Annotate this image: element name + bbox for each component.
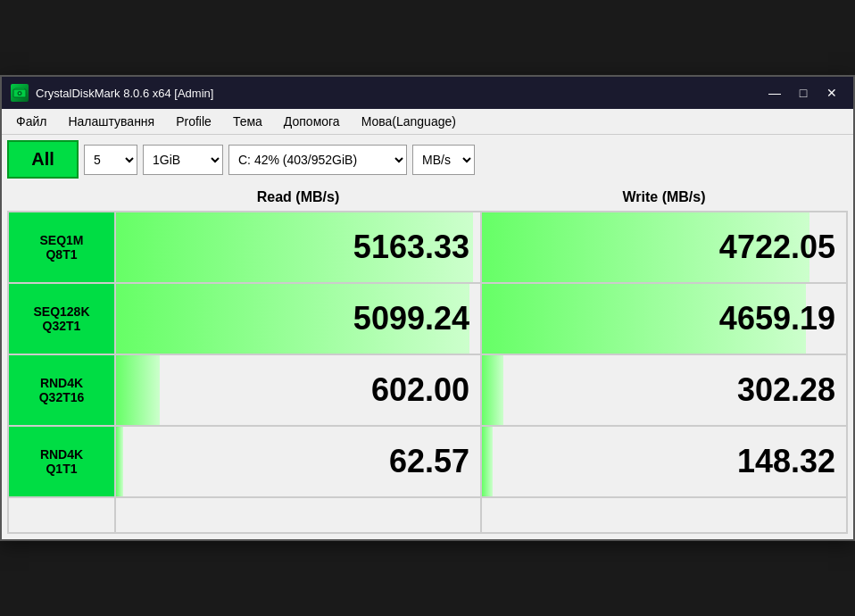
menu-language[interactable]: Мова(Language) [351, 111, 467, 132]
app-title: CrystalDiskMark 8.0.6 x64 [Admin] [36, 87, 213, 100]
close-button[interactable]: ✕ [819, 83, 844, 103]
unit-select[interactable]: MB/s GB/s IOPS μs [412, 145, 475, 175]
app-window: CrystalDiskMark 8.0.6 x64 [Admin] — □ ✕ … [0, 75, 855, 541]
app-icon [11, 84, 29, 102]
table-row: SEQ1MQ8T15163.334722.05 [8, 212, 847, 283]
read-value: 602.00 [115, 354, 481, 426]
results-table: Read (MB/s) Write (MB/s) SEQ1MQ8T15163.3… [7, 184, 848, 534]
svg-point-3 [19, 93, 21, 95]
table-header: Read (MB/s) Write (MB/s) [8, 184, 847, 212]
empty-row [8, 497, 847, 533]
menu-settings[interactable]: Налаштування [57, 111, 165, 132]
minimize-button[interactable]: — [762, 83, 787, 103]
read-value: 5099.24 [115, 283, 481, 354]
row-label: SEQ128KQ32T1 [8, 283, 115, 354]
header-write: Write (MB/s) [481, 184, 847, 212]
table-row: RND4KQ32T16602.00302.28 [8, 354, 847, 426]
menu-file[interactable]: Файл [5, 111, 57, 132]
size-select[interactable]: 16MiB 32MiB 64MiB 128MiB 256MiB 512MiB 1… [143, 145, 223, 175]
toolbar: All 1 3 5 10 16MiB 32MiB 64MiB 128MiB 25… [7, 140, 848, 179]
title-bar-controls: — □ ✕ [762, 83, 844, 103]
menu-profile[interactable]: Profile [165, 111, 222, 132]
drive-select[interactable]: C: 42% (403/952GiB) [228, 145, 407, 175]
main-content: All 1 3 5 10 16MiB 32MiB 64MiB 128MiB 25… [2, 135, 853, 539]
maximize-button[interactable]: □ [791, 83, 816, 103]
row-label: RND4KQ32T16 [8, 354, 115, 426]
header-label [8, 184, 115, 212]
table-row: RND4KQ1T162.57148.32 [8, 426, 847, 497]
menu-theme[interactable]: Тема [222, 111, 273, 132]
read-value: 62.57 [115, 426, 481, 497]
write-value: 4722.05 [481, 212, 847, 283]
title-bar: CrystalDiskMark 8.0.6 x64 [Admin] — □ ✕ [2, 77, 853, 109]
read-value: 5163.33 [115, 212, 481, 283]
write-value: 4659.19 [481, 283, 847, 354]
table-row: SEQ128KQ32T15099.244659.19 [8, 283, 847, 354]
menu-help[interactable]: Допомога [273, 111, 351, 132]
count-select[interactable]: 1 3 5 10 [84, 145, 137, 175]
write-value: 148.32 [481, 426, 847, 497]
header-read: Read (MB/s) [115, 184, 481, 212]
title-bar-left: CrystalDiskMark 8.0.6 x64 [Admin] [11, 84, 213, 102]
all-button[interactable]: All [7, 140, 79, 179]
row-label: RND4KQ1T1 [8, 426, 115, 497]
svg-rect-1 [15, 87, 24, 90]
row-label: SEQ1MQ8T1 [8, 212, 115, 283]
write-value: 302.28 [481, 354, 847, 426]
menu-bar: Файл Налаштування Profile Тема Допомога … [2, 109, 853, 135]
